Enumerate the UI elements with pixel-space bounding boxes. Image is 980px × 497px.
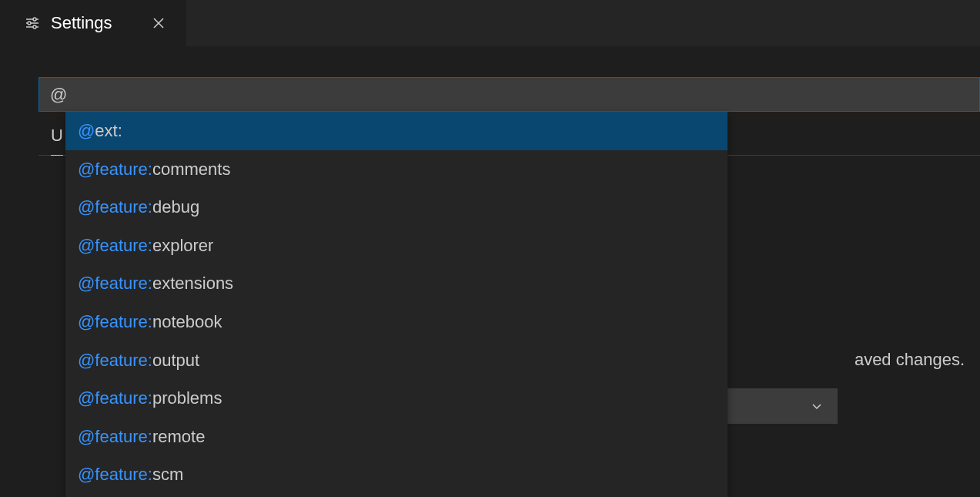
tab-title: Settings <box>51 13 112 33</box>
suggestion-prefix: @feature: <box>78 160 152 179</box>
suggestion-item[interactable]: @feature:notebook <box>65 303 727 341</box>
tab-bar: Settings <box>0 0 980 46</box>
close-tab-button[interactable] <box>146 11 171 35</box>
suggestion-label: debug <box>152 197 199 217</box>
settings-search-input[interactable] <box>38 77 980 112</box>
svg-point-5 <box>33 25 36 29</box>
suggestion-label: scm <box>152 465 183 484</box>
suggestion-item[interactable]: @ext: <box>65 112 727 150</box>
suggestion-item[interactable]: @feature:extensions <box>65 264 727 303</box>
scope-user-tab[interactable]: U <box>51 126 63 156</box>
suggestion-prefix: @feature: <box>78 388 152 408</box>
suggestion-item[interactable]: @feature:explorer <box>65 227 727 265</box>
tab-bar-background <box>186 0 981 46</box>
suggestion-label: remote <box>152 427 205 446</box>
suggestion-item[interactable]: @feature:search <box>65 494 727 497</box>
setting-dropdown[interactable] <box>726 388 838 424</box>
settings-icon <box>25 15 40 31</box>
svg-point-3 <box>33 18 36 21</box>
suggestion-prefix: @ <box>78 121 95 140</box>
suggestion-label: explorer <box>152 236 213 255</box>
svg-point-4 <box>28 22 31 25</box>
suggestion-label: ext: <box>95 121 122 140</box>
settings-tab[interactable]: Settings <box>0 0 186 46</box>
suggestion-prefix: @feature: <box>78 465 152 484</box>
suggestion-prefix: @feature: <box>78 427 152 446</box>
suggestion-item[interactable]: @feature:debug <box>65 188 727 227</box>
suggestions-dropdown: @ext:@feature:comments@feature:debug@fea… <box>65 112 727 497</box>
suggestion-prefix: @feature: <box>78 312 152 331</box>
suggestion-prefix: @feature: <box>78 351 152 370</box>
suggestion-label: notebook <box>152 312 222 331</box>
suggestion-item[interactable]: @feature:remote <box>65 418 727 456</box>
suggestion-item[interactable]: @feature:comments <box>65 150 727 189</box>
chevron-down-icon <box>810 399 824 413</box>
suggestion-prefix: @feature: <box>78 197 152 217</box>
suggestion-label: problems <box>152 388 222 408</box>
suggestion-item[interactable]: @feature:problems <box>65 379 727 418</box>
suggestion-item[interactable]: @feature:output <box>65 341 727 380</box>
suggestion-label: comments <box>152 160 230 179</box>
suggestion-prefix: @feature: <box>78 236 152 255</box>
suggestion-label: output <box>152 351 199 370</box>
suggestion-label: extensions <box>152 274 233 293</box>
settings-editor: U aved changes. @ext:@feature:comments@f… <box>0 46 980 156</box>
suggestion-prefix: @feature: <box>78 274 152 293</box>
setting-description-fragment: aved changes. <box>855 350 965 370</box>
suggestion-item[interactable]: @feature:scm <box>65 455 727 494</box>
